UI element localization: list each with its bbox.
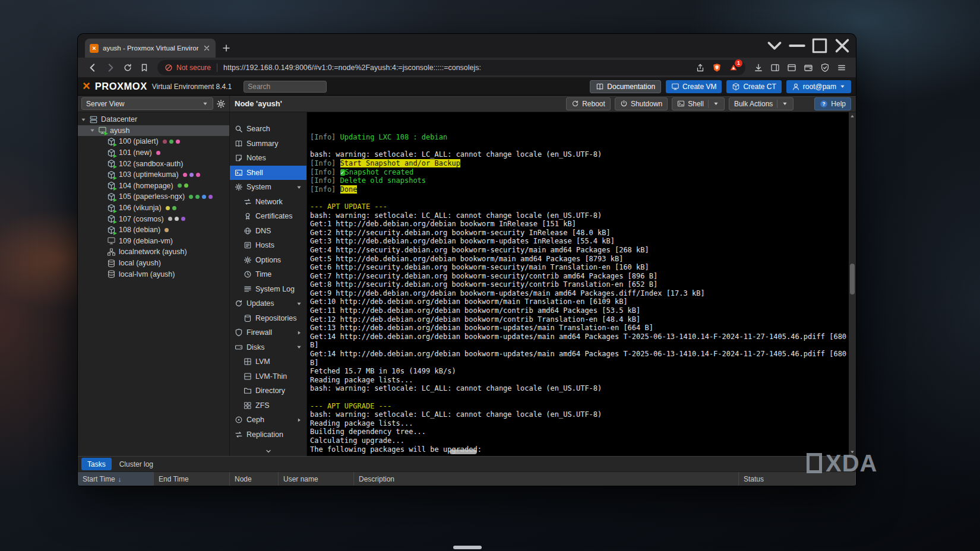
shell-label: Shell	[688, 100, 704, 108]
tree-settings-gear-icon[interactable]	[216, 99, 226, 109]
bookmark-icon[interactable]	[140, 63, 149, 72]
nav-item-lvm[interactable]: LVM	[230, 354, 306, 369]
shutdown-button[interactable]: Shutdown	[615, 97, 668, 110]
download-icon[interactable]	[754, 63, 763, 72]
tree-item-109-debian-vm[interactable]: 109 (debian-vm)	[78, 236, 229, 247]
tree-item-104-homepage[interactable]: 104 (homepage)	[78, 180, 229, 192]
caret-down-icon[interactable]	[296, 300, 302, 307]
share-icon[interactable]	[696, 63, 705, 72]
window-minimize-button[interactable]	[786, 34, 808, 58]
nav-item-updates[interactable]: Updates	[230, 296, 306, 311]
nav-item-zfs[interactable]: ZFS	[230, 398, 306, 413]
reboot-button[interactable]: Reboot	[566, 97, 611, 110]
url-bar[interactable]: Not secure https://192.168.0.149:8006/#v…	[157, 60, 745, 75]
nav-item-summary[interactable]: Summary	[230, 137, 306, 151]
server-view-dropdown[interactable]: Server View	[81, 97, 213, 110]
nav-item-ceph[interactable]: Ceph	[230, 413, 306, 428]
terminal-output[interactable]: [Info] Updating LXC 108 : debianbash: wa…	[307, 112, 849, 456]
create-ct-button[interactable]: Create CT	[726, 80, 781, 93]
caret-right-icon[interactable]	[296, 330, 302, 336]
user-menu-button[interactable]: root@pam	[786, 80, 851, 93]
nav-item-notes[interactable]: Notes	[230, 151, 306, 166]
caret-down-icon[interactable]	[713, 100, 719, 107]
horizontal-scrollbar-thumb[interactable]	[450, 449, 477, 454]
tree-item-102-sandbox-auth[interactable]: 102 (sandbox-auth)	[78, 158, 229, 169]
window-close-button[interactable]	[831, 34, 853, 58]
tree-item-ayush[interactable]: ayush	[78, 125, 229, 137]
caret-right-icon[interactable]	[296, 417, 302, 423]
tab-cluster-log[interactable]: Cluster log	[113, 458, 159, 470]
reload-button[interactable]	[123, 63, 132, 72]
bulk-actions-button[interactable]: Bulk Actions	[729, 97, 794, 110]
global-search-input[interactable]	[244, 81, 327, 93]
reading-list-icon[interactable]	[787, 63, 796, 72]
tree-item-105-paperless-ngx[interactable]: 105 (paperless-ngx)	[78, 191, 229, 202]
back-button[interactable]	[87, 62, 98, 73]
tree-item-local-ayush[interactable]: local (ayush)	[78, 258, 229, 269]
privacy-shield-icon[interactable]	[820, 63, 830, 72]
forward-button[interactable]	[105, 62, 116, 73]
tree-item-108-debian[interactable]: 108 (debian)	[78, 224, 229, 236]
tree-item-datacenter[interactable]: Datacenter	[78, 114, 229, 125]
nav-item-network[interactable]: Network	[230, 195, 306, 210]
help-button[interactable]: ? Help	[814, 97, 851, 110]
tab-search-chevron-icon[interactable]	[763, 34, 786, 58]
caret-down-icon[interactable]	[782, 100, 788, 107]
tag-dot	[175, 217, 179, 221]
nav-item-repositories[interactable]: Repositories	[230, 311, 306, 326]
column-header-node[interactable]: Node	[230, 472, 279, 486]
column-header-end-time[interactable]: End Time	[154, 472, 230, 486]
browser-tab[interactable]: × ayush - Proxmox Virtual Environ...	[85, 39, 216, 58]
terminal-line: bash: warning: setlocale: LC_ALL: cannot…	[310, 211, 849, 220]
running-indicator	[113, 143, 117, 147]
nav-item-system-log[interactable]: System Log	[230, 282, 306, 297]
tab-close-icon[interactable]	[203, 44, 211, 52]
nav-item-disks[interactable]: Disks	[230, 340, 306, 355]
nav-item-firewall[interactable]: Firewall	[230, 325, 306, 340]
tree-item-100-pialert[interactable]: 100 (pialert)	[78, 136, 229, 147]
sidebar-toggle-icon[interactable]	[770, 63, 780, 72]
window-maximize-button[interactable]	[808, 34, 831, 58]
address-bar: Not secure https://192.168.0.149:8006/#v…	[78, 58, 856, 78]
tree-item-106-vikunja[interactable]: 106 (vikunja)	[78, 202, 229, 214]
brave-rewards-button[interactable]: 1	[729, 63, 738, 72]
shell-button[interactable]: Shell	[672, 97, 725, 110]
ceph-icon	[235, 416, 243, 424]
nav-item-search[interactable]: Search	[230, 122, 306, 137]
create-ct-label: Create CT	[743, 83, 776, 91]
brave-shield-icon[interactable]	[712, 63, 722, 72]
column-header-user-name[interactable]: User name	[279, 472, 354, 486]
nav-item-time[interactable]: Time	[230, 267, 306, 282]
tree-item-107-cosmos[interactable]: 107 (cosmos)	[78, 213, 229, 224]
tree-caret-icon[interactable]	[80, 116, 88, 123]
nav-item-replication[interactable]: Replication	[230, 428, 306, 442]
tree-item-local-lvm-ayush[interactable]: local-lvm (ayush)	[78, 268, 229, 280]
scrollbar-thumb[interactable]	[850, 264, 855, 294]
wallet-icon[interactable]	[804, 63, 813, 72]
vertical-scrollbar[interactable]	[849, 112, 856, 456]
nav-item-lvm-thin[interactable]: LVM-Thin	[230, 369, 306, 384]
tree-item-103-uptimekuma[interactable]: 103 (uptimekuma)	[78, 169, 229, 180]
new-tab-button[interactable]	[222, 43, 231, 53]
column-header-description[interactable]: Description	[354, 472, 739, 486]
column-header-start-time[interactable]: Start Time↓	[78, 472, 154, 486]
nav-item-system[interactable]: System	[230, 180, 306, 195]
nav-item-options[interactable]: Options	[230, 253, 306, 268]
nav-item-hosts[interactable]: Hosts	[230, 238, 306, 253]
nav-item-directory[interactable]: Directory	[230, 384, 306, 398]
scroll-up-icon[interactable]	[849, 113, 855, 119]
nav-item-certificates[interactable]: Certificates	[230, 209, 306, 224]
tree-item-localnetwork-ayush[interactable]: localnetwork (ayush)	[78, 246, 229, 258]
nav-item-dns[interactable]: DNS	[230, 224, 306, 239]
nav-item-shell[interactable]: Shell	[230, 166, 306, 180]
caret-down-icon[interactable]	[296, 344, 302, 350]
tree-item-101-new[interactable]: 101 (new)	[78, 147, 229, 159]
create-vm-button[interactable]: Create VM	[666, 80, 722, 93]
not-secure-icon[interactable]	[165, 64, 173, 72]
menu-icon[interactable]	[837, 63, 846, 72]
tab-tasks[interactable]: Tasks	[81, 458, 112, 470]
scroll-down-chevron-icon[interactable]	[265, 448, 272, 455]
caret-down-icon[interactable]	[296, 184, 302, 191]
documentation-button[interactable]: Documentation	[590, 80, 661, 93]
tree-caret-icon[interactable]	[89, 127, 97, 134]
